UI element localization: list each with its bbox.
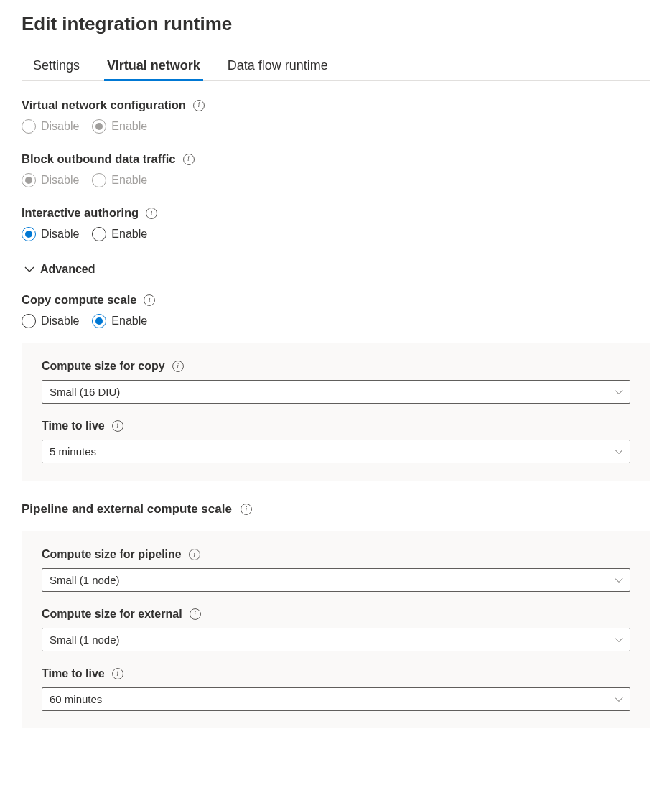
vnet-config-group: Virtual network configuration i Disable … [22,98,650,134]
compute-size-external-label: Compute size for external [42,608,182,621]
block-outbound-label: Block outbound data traffic [22,152,176,166]
tab-settings[interactable]: Settings [33,58,80,80]
copy-compute-scale-disable-radio[interactable]: Disable [22,314,79,328]
block-outbound-disable-radio: Disable [22,173,79,187]
chevron-down-icon [24,266,34,273]
info-icon[interactable]: i [172,361,184,372]
compute-size-pipeline-label: Compute size for pipeline [42,548,182,561]
pipeline-compute-panel: Compute size for pipeline i Small (1 nod… [22,531,650,728]
tab-bar: Settings Virtual network Data flow runti… [22,58,650,81]
compute-size-copy-select[interactable]: Small (16 DIU) [42,380,630,404]
tab-data-flow-runtime[interactable]: Data flow runtime [228,58,328,80]
select-value: Small (16 DIU) [50,386,120,398]
pipeline-section-label: Pipeline and external compute scale [22,502,232,516]
radio-label: Enable [111,120,147,133]
radio-label: Disable [41,228,79,241]
vnet-config-label: Virtual network configuration [22,98,186,112]
interactive-authoring-group: Interactive authoring i Disable Enable [22,206,650,241]
copy-compute-scale-group: Copy compute scale i Disable Enable [22,293,650,328]
radio-label: Disable [41,174,79,187]
vnet-config-disable-radio: Disable [22,119,79,134]
compute-size-copy-label: Compute size for copy [42,360,165,373]
block-outbound-group: Block outbound data traffic i Disable En… [22,152,650,187]
vnet-config-enable-radio: Enable [92,119,147,134]
info-icon[interactable]: i [193,100,205,111]
interactive-authoring-label: Interactive authoring [22,206,139,220]
advanced-toggle[interactable]: Advanced [22,263,650,276]
info-icon[interactable]: i [241,504,252,515]
advanced-label: Advanced [40,263,95,276]
radio-label: Disable [41,120,79,133]
compute-size-pipeline-select[interactable]: Small (1 node) [42,568,630,592]
pipeline-section-header: Pipeline and external compute scale i [22,502,650,516]
select-value: Small (1 node) [50,634,120,646]
info-icon[interactable]: i [112,668,123,679]
info-icon[interactable]: i [190,608,201,620]
radio-label: Enable [111,174,147,187]
tab-virtual-network[interactable]: Virtual network [107,58,200,80]
info-icon[interactable]: i [183,154,195,165]
copy-compute-scale-enable-radio[interactable]: Enable [92,314,147,328]
pipeline-ttl-label: Time to live [42,667,105,680]
radio-label: Disable [41,315,79,328]
info-icon[interactable]: i [144,294,155,306]
interactive-authoring-enable-radio[interactable]: Enable [92,227,147,241]
copy-compute-panel: Compute size for copy i Small (16 DIU) T… [22,343,650,481]
select-value: Small (1 node) [50,574,120,586]
copy-ttl-select[interactable]: 5 minutes [42,440,630,463]
select-value: 60 minutes [50,693,102,705]
page-title: Edit integration runtime [22,13,650,35]
pipeline-ttl-select[interactable]: 60 minutes [42,687,630,711]
radio-label: Enable [111,315,147,328]
copy-compute-scale-label: Copy compute scale [22,293,136,307]
info-icon[interactable]: i [146,208,157,219]
interactive-authoring-disable-radio[interactable]: Disable [22,227,79,241]
info-icon[interactable]: i [112,420,123,432]
info-icon[interactable]: i [189,549,200,560]
compute-size-external-select[interactable]: Small (1 node) [42,628,630,651]
select-value: 5 minutes [50,445,96,458]
block-outbound-enable-radio: Enable [92,173,147,187]
radio-label: Enable [111,228,147,241]
copy-ttl-label: Time to live [42,419,105,432]
